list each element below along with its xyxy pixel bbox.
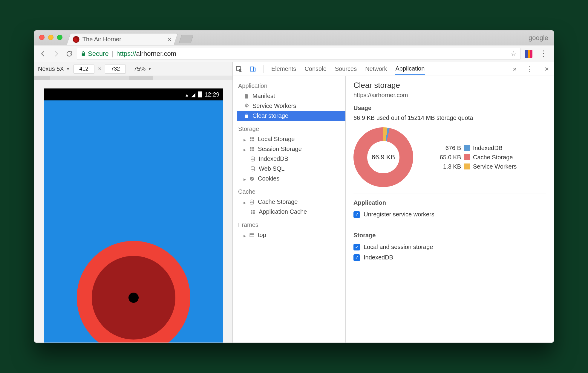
sidebar-item-service-workers[interactable]: Service Workers <box>237 101 345 111</box>
sidebar-group-application: Application <box>237 81 345 91</box>
tab-close-icon[interactable]: × <box>168 36 172 43</box>
sidebar-item-manifest[interactable]: Manifest <box>237 91 345 101</box>
sidebar-item-session-storage[interactable]: Session Storage <box>237 144 345 154</box>
tab-application[interactable]: Application <box>395 63 425 75</box>
zoom-select[interactable]: 75% <box>134 65 151 72</box>
sidebar-item-label: Clear storage <box>252 112 288 119</box>
new-tab-button[interactable] <box>179 35 193 43</box>
reload-button[interactable] <box>64 50 75 57</box>
bookmark-star-icon[interactable]: ☆ <box>511 50 517 58</box>
statusbar-clock: 12:29 <box>204 91 219 98</box>
database-icon <box>250 156 256 162</box>
sidebar-item-websql[interactable]: Web SQL <box>237 164 345 174</box>
favicon-icon <box>73 36 79 43</box>
tab-elements[interactable]: Elements <box>271 63 297 75</box>
sidebar-item-top-frame[interactable]: top <box>237 230 345 240</box>
application-heading: Application <box>353 199 546 206</box>
profile-label[interactable]: google <box>529 34 548 42</box>
device-height-input[interactable] <box>105 65 126 74</box>
svg-point-15 <box>251 178 252 178</box>
extension-icon[interactable] <box>525 50 532 58</box>
checkbox-icon: ✓ <box>353 254 360 261</box>
window-controls <box>39 35 62 40</box>
browser-tab[interactable]: The Air Horner × <box>67 33 178 45</box>
usage-donut-chart: 66.9 KB <box>353 127 413 187</box>
file-icon <box>244 94 249 99</box>
sidebar-item-label: Local Storage <box>258 136 295 143</box>
airhorn-graphic[interactable] <box>77 241 190 343</box>
tabs-overflow-icon[interactable]: » <box>513 65 517 73</box>
svg-rect-20 <box>253 210 255 211</box>
svg-rect-19 <box>251 210 252 211</box>
svg-rect-5 <box>252 137 254 139</box>
browser-window: The Air Horner × google Secure | https:/… <box>34 30 554 343</box>
sidebar-item-cookies[interactable]: Cookies <box>237 174 345 184</box>
legend-item-cache-storage: 65.0 KB Cache Storage <box>434 154 517 161</box>
storage-heading: Storage <box>353 232 546 239</box>
svg-point-16 <box>252 178 253 179</box>
sidebar-item-indexeddb[interactable]: IndexedDB <box>237 154 345 164</box>
svg-point-14 <box>250 177 254 181</box>
toggle-device-icon[interactable] <box>249 66 256 72</box>
toolbar: Secure | https://airhorner.com ☆ ⋮ <box>34 45 554 62</box>
application-sidebar: Application Manifest Service Workers Cle… <box>233 76 346 343</box>
devtools-close-icon[interactable]: × <box>543 65 551 73</box>
close-window-icon[interactable] <box>39 35 45 40</box>
device-width-input[interactable] <box>74 65 94 74</box>
checkbox-icon: ✓ <box>353 211 360 218</box>
devtools-menu-icon[interactable]: ⋮ <box>524 65 536 73</box>
sidebar-item-label: Service Workers <box>252 103 296 109</box>
grid-icon <box>249 137 255 142</box>
wifi-icon <box>185 91 189 98</box>
tab-console[interactable]: Console <box>304 63 327 75</box>
tab-network[interactable]: Network <box>365 63 388 75</box>
clear-storage-panel: Clear storage https://airhorner.com Usag… <box>346 76 554 343</box>
signal-icon <box>191 91 195 98</box>
maximize-window-icon[interactable] <box>57 35 62 40</box>
svg-point-13 <box>251 166 255 168</box>
sidebar-item-label: top <box>258 232 266 239</box>
checkbox-local-session[interactable]: ✓ Local and session storage <box>353 242 546 252</box>
emulated-screen[interactable]: 12:29 <box>44 88 223 343</box>
grid-icon <box>249 146 255 152</box>
legend-item-indexeddb: 676 B IndexedDB <box>434 145 517 152</box>
svg-point-18 <box>250 200 254 201</box>
checkbox-unregister-sw[interactable]: ✓ Unregister service workers <box>353 209 546 220</box>
inspect-element-icon[interactable] <box>236 66 242 72</box>
sidebar-item-label: Cache Storage <box>258 198 298 205</box>
panel-title: Clear storage <box>353 81 546 90</box>
sidebar-item-label: Web SQL <box>259 165 284 172</box>
checkbox-icon: ✓ <box>353 244 360 250</box>
secure-indicator: Secure <box>81 50 109 58</box>
device-select[interactable]: Nexus 5X <box>38 65 70 72</box>
checkbox-indexeddb[interactable]: ✓ IndexedDB <box>353 252 546 263</box>
usage-text: 66.9 KB used out of 15214 MB storage quo… <box>353 114 546 121</box>
sidebar-item-label: IndexedDB <box>259 155 288 162</box>
gear-icon <box>244 103 249 109</box>
tab-sources[interactable]: Sources <box>334 63 357 75</box>
browser-menu-icon[interactable]: ⋮ <box>537 49 551 58</box>
secure-label: Secure <box>88 50 109 58</box>
sidebar-item-application-cache[interactable]: Application Cache <box>237 207 345 217</box>
sidebar-item-clear-storage[interactable]: Clear storage <box>237 111 345 121</box>
svg-point-17 <box>251 179 252 180</box>
address-bar[interactable]: Secure | https://airhorner.com ☆ <box>77 48 520 60</box>
database-icon <box>250 166 256 172</box>
minimize-window-icon[interactable] <box>48 35 53 40</box>
back-button[interactable] <box>37 50 49 57</box>
panel-origin: https://airhorner.com <box>353 92 546 99</box>
chevron-right-icon <box>244 136 246 143</box>
usage-heading: Usage <box>353 105 546 111</box>
sidebar-item-label: Session Storage <box>258 146 302 152</box>
svg-rect-6 <box>250 140 251 141</box>
svg-rect-22 <box>253 212 255 214</box>
svg-rect-7 <box>252 140 254 141</box>
device-toolbar-panel: Nexus 5X × 75% 12:29 <box>34 62 233 343</box>
legend-item-service-workers: 1.3 KB Service Workers <box>434 163 517 170</box>
sidebar-item-label: Manifest <box>252 93 275 100</box>
forward-button[interactable] <box>50 50 62 57</box>
svg-rect-10 <box>250 149 251 151</box>
sidebar-item-local-storage[interactable]: Local Storage <box>237 134 345 144</box>
battery-icon <box>198 91 202 97</box>
sidebar-item-cache-storage[interactable]: Cache Storage <box>237 197 345 207</box>
